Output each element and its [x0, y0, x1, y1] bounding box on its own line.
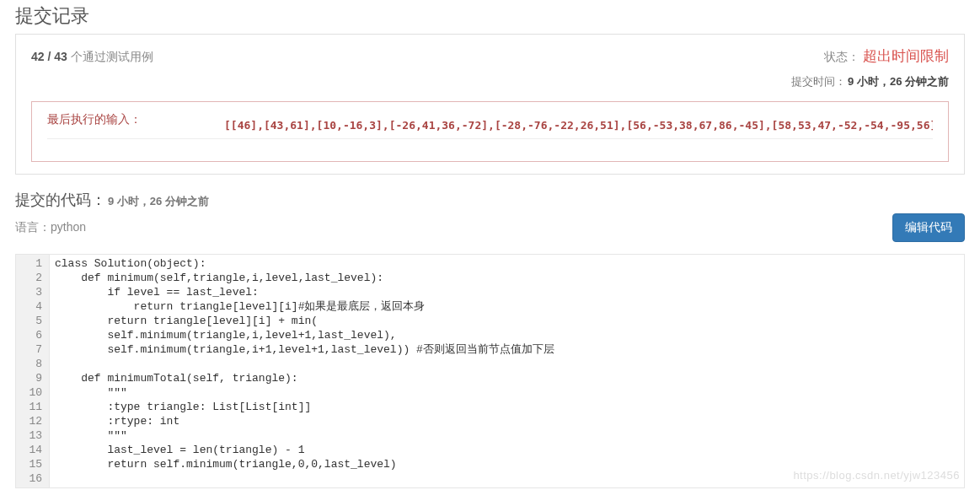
code-section-time: 9 小时，26 分钟之前 — [108, 194, 209, 209]
code-area: 12345678910111213141516 class Solution(o… — [15, 254, 965, 488]
line-number: 6 — [21, 328, 42, 342]
line-number: 10 — [21, 385, 42, 400]
line-number: 3 — [21, 285, 42, 299]
line-number: 16 — [21, 471, 42, 486]
page-title: 提交记录 — [15, 0, 965, 34]
code-line: self.minimum(triangle,i,level+1,last_lev… — [55, 328, 964, 342]
code-line: if level == last_level: — [55, 285, 964, 299]
code-line: """ — [55, 385, 964, 400]
line-number: 12 — [21, 414, 42, 428]
line-number: 8 — [21, 357, 42, 371]
error-box: 最后执行的输入： [[46],[43,61],[10,-16,3],[-26,4… — [31, 101, 949, 162]
code-line: return triangle[level][i] + min( — [55, 314, 964, 328]
summary-row-1: 42 / 43 个通过测试用例 状态： 超出时间限制 — [31, 46, 949, 66]
code-gutter: 12345678910111213141516 — [16, 255, 50, 487]
status-block: 状态： 超出时间限制 — [824, 46, 949, 66]
line-number: 2 — [21, 271, 42, 285]
code-line: :type triangle: List[List[int]] — [55, 400, 964, 414]
error-content: [[46],[43,61],[10,-16,3],[-26,41,36,-72]… — [224, 119, 933, 132]
lang-row: 语言：python 编辑代码 — [15, 213, 965, 242]
code-line: return triangle[level][i]#如果是最底层，返回本身 — [55, 299, 964, 314]
code-section-header: 提交的代码： 9 小时，26 分钟之前 — [15, 190, 965, 210]
status-value: 超出时间限制 — [863, 48, 949, 64]
summary-row-2: 提交时间： 9 小时，26 分钟之前 — [31, 74, 949, 89]
lang-label: 语言：python — [15, 220, 86, 235]
code-line: :rtype: int — [55, 414, 964, 428]
line-number: 1 — [21, 256, 42, 271]
lang-label-text: 语言： — [15, 220, 51, 234]
code-line: """ — [55, 428, 964, 443]
code-section-title: 提交的代码： — [15, 190, 106, 210]
code-line: self.minimum(triangle,i+1,level+1,last_l… — [55, 342, 964, 357]
status-label: 状态： — [824, 50, 860, 63]
edit-code-button[interactable]: 编辑代码 — [892, 213, 965, 242]
line-number: 5 — [21, 314, 42, 328]
test-case-stats: 42 / 43 个通过测试用例 — [31, 50, 153, 65]
code-line: def minimum(self,triangle,i,level,last_l… — [55, 271, 964, 285]
code-line: def minimumTotal(self, triangle): — [55, 371, 964, 385]
stats-suffix-text: 个通过测试用例 — [71, 50, 153, 63]
passed-count: 42 — [31, 50, 45, 63]
code-line — [55, 357, 964, 371]
submit-time-label: 提交时间： — [791, 74, 846, 89]
line-number: 9 — [21, 371, 42, 385]
code-line: last_level = len(triangle) - 1 — [55, 443, 964, 457]
line-number: 13 — [21, 428, 42, 443]
line-number: 4 — [21, 299, 42, 314]
line-number: 7 — [21, 342, 42, 357]
watermark: https://blog.csdn.net/yjw123456 — [793, 469, 960, 482]
code-line: class Solution(object): — [55, 256, 964, 271]
summary-box: 42 / 43 个通过测试用例 状态： 超出时间限制 提交时间： 9 小时，26… — [15, 34, 965, 175]
line-number: 15 — [21, 457, 42, 471]
line-number: 14 — [21, 443, 42, 457]
error-divider — [47, 138, 933, 139]
total-count: 43 — [54, 50, 67, 63]
code-content[interactable]: class Solution(object): def minimum(self… — [50, 255, 964, 487]
submit-time-value: 9 小时，26 分钟之前 — [848, 74, 949, 89]
line-number: 11 — [21, 400, 42, 414]
lang-value: python — [51, 220, 86, 234]
